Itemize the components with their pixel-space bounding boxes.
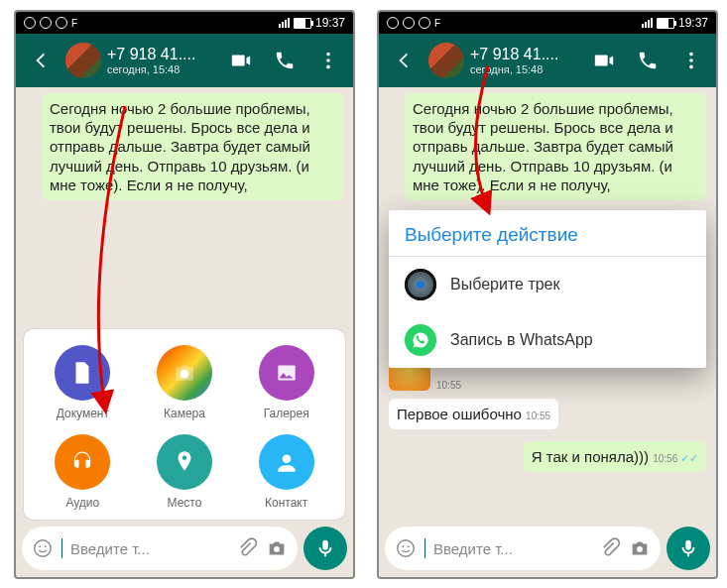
input-placeholder: Введите т... xyxy=(70,540,228,557)
attach-location[interactable]: Место xyxy=(134,434,236,510)
message-bubble[interactable]: Сегодня ночью 2 большие проблемы, твои б… xyxy=(405,93,706,200)
whatsapp-icon xyxy=(405,324,436,356)
chat-header: +7 918 41.... сегодня, 15:48 xyxy=(379,34,716,87)
avatar[interactable] xyxy=(428,43,464,78)
voice-call-icon[interactable] xyxy=(629,50,666,71)
emoji-icon[interactable] xyxy=(32,537,54,559)
message-text: Сегодня ночью 2 большие проблемы, твои б… xyxy=(413,100,673,193)
svg-point-11 xyxy=(689,53,693,57)
camera-icon[interactable] xyxy=(629,537,651,559)
avatar[interactable] xyxy=(65,43,101,78)
message-bubble-out[interactable]: Я так и поняла))) 10:56 ✓✓ xyxy=(524,441,706,472)
svg-point-14 xyxy=(398,540,415,557)
dialog-option-record[interactable]: Запись в WhatsApp xyxy=(389,312,706,368)
notif-icon xyxy=(56,17,67,29)
attach-label: Место xyxy=(168,496,202,510)
attach-label: Камера xyxy=(164,407,205,420)
attachment-sheet: Документ Камера Галерея Аудио Место Конт… xyxy=(24,329,345,520)
signal-icon xyxy=(279,18,290,28)
more-icon[interactable] xyxy=(672,50,710,71)
svg-point-2 xyxy=(326,65,330,69)
svg-point-12 xyxy=(689,59,693,62)
dialog-option-track[interactable]: Выберите трек xyxy=(389,257,706,312)
dialog-title: Выберите действие xyxy=(389,210,706,257)
attach-icon[interactable] xyxy=(599,537,621,559)
dialog-option-label: Запись в WhatsApp xyxy=(450,331,593,349)
phone-right: F 19:37 +7 918 41.... сегодня, 15:48 Сег… xyxy=(377,10,718,579)
attach-gallery[interactable]: Галерея xyxy=(235,345,337,420)
notif-icon xyxy=(403,17,415,29)
attach-camera[interactable]: Камера xyxy=(134,345,236,420)
notif-label: F xyxy=(71,18,77,29)
notif-icon xyxy=(387,17,399,29)
back-icon[interactable] xyxy=(385,50,423,71)
voice-call-icon[interactable] xyxy=(266,50,303,71)
input-row: Введите т... xyxy=(22,526,347,571)
chat-subtitle: сегодня, 15:48 xyxy=(107,63,216,75)
message-time: 10:55 xyxy=(436,380,461,391)
input-cursor xyxy=(424,538,425,558)
notif-label: F xyxy=(434,18,440,29)
input-cursor xyxy=(61,538,62,558)
message-text: Я так и поняла))) xyxy=(532,448,649,465)
attach-label: Галерея xyxy=(264,407,309,420)
svg-point-7 xyxy=(35,540,52,557)
message-text: Сегодня ночью 2 большие проблемы, твои б… xyxy=(50,100,310,193)
message-time: 10:55 xyxy=(526,411,550,421)
emoji-icon[interactable] xyxy=(395,537,417,559)
status-bar: F 19:37 xyxy=(379,12,716,34)
svg-point-16 xyxy=(408,545,410,547)
attach-label: Документ xyxy=(57,407,109,420)
svg-point-17 xyxy=(637,546,643,552)
chat-header: +7 918 41.... сегодня, 15:48 xyxy=(16,34,353,87)
battery-icon xyxy=(657,18,674,29)
input-row: Введите т... xyxy=(385,526,710,571)
status-time: 19:37 xyxy=(315,16,345,30)
video-call-icon[interactable] xyxy=(222,50,260,71)
header-title-block[interactable]: +7 918 41.... сегодня, 15:48 xyxy=(470,46,579,75)
input-placeholder: Введите т... xyxy=(433,540,591,557)
attach-label: Аудио xyxy=(65,496,99,510)
mic-button[interactable] xyxy=(666,527,710,570)
notif-icon xyxy=(419,17,430,29)
message-bubble-in[interactable]: Первое ошибочно 10:55 xyxy=(389,399,558,429)
action-dialog: Выберите действие Выберите трек Запись в… xyxy=(389,210,706,368)
phone-left: F 19:37 +7 918 41.... сегодня, 15:48 Сег… xyxy=(14,10,355,579)
svg-point-0 xyxy=(326,53,330,57)
message-time: 10:56 xyxy=(653,453,677,464)
camera-icon[interactable] xyxy=(266,537,288,559)
read-tick-icon: ✓✓ xyxy=(680,452,698,464)
notif-icon xyxy=(24,17,36,29)
video-call-icon[interactable] xyxy=(585,50,623,71)
back-icon[interactable] xyxy=(22,50,60,71)
more-icon[interactable] xyxy=(309,50,347,71)
speaker-icon xyxy=(417,281,424,289)
attach-audio[interactable]: Аудио xyxy=(32,434,134,510)
message-input[interactable]: Введите т... xyxy=(22,527,298,570)
attach-label: Контакт xyxy=(265,496,307,510)
svg-point-5 xyxy=(182,456,186,460)
attach-contact[interactable]: Контакт xyxy=(235,434,337,510)
svg-point-1 xyxy=(326,59,330,62)
attach-document[interactable]: Документ xyxy=(32,345,134,420)
chat-title: +7 918 41.... xyxy=(107,46,216,63)
status-bar: F 19:37 xyxy=(16,12,353,34)
dialog-option-label: Выберите трек xyxy=(450,276,560,294)
attach-icon[interactable] xyxy=(236,537,258,559)
mic-button[interactable] xyxy=(303,527,347,570)
svg-point-8 xyxy=(39,545,41,547)
svg-point-6 xyxy=(282,454,291,463)
chat-subtitle: сегодня, 15:48 xyxy=(470,63,579,75)
header-title-block[interactable]: +7 918 41.... сегодня, 15:48 xyxy=(107,46,216,75)
message-input[interactable]: Введите т... xyxy=(385,527,661,570)
chat-title: +7 918 41.... xyxy=(470,46,579,63)
message-text: Первое ошибочно xyxy=(397,406,522,422)
svg-point-9 xyxy=(45,545,47,547)
signal-icon xyxy=(642,18,653,28)
svg-point-15 xyxy=(402,545,404,547)
message-bubble[interactable]: Сегодня ночью 2 большие проблемы, твои б… xyxy=(42,93,343,200)
svg-point-10 xyxy=(274,546,280,552)
status-time: 19:37 xyxy=(678,16,708,30)
notif-icon xyxy=(40,17,52,29)
svg-point-13 xyxy=(689,65,693,69)
